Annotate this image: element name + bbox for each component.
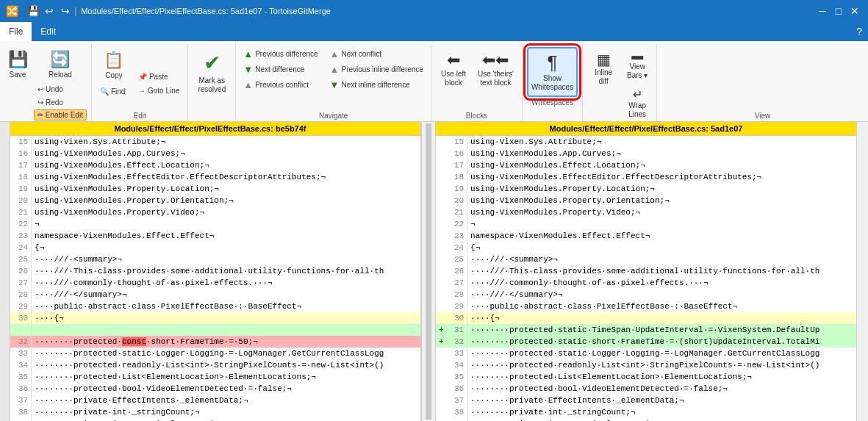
- enable-edit-button[interactable]: ✏ Enable Edit: [34, 109, 87, 120]
- line-content: ········protected·readonly·List<int>·Str…: [467, 359, 856, 371]
- title-bar-left: 🔀 💾 ↩ ↪ | Modules/Effect/Effect/PixelEff…: [6, 4, 331, 18]
- undo-icon: ↩: [37, 85, 43, 93]
- highlighted-text: const: [122, 337, 146, 346]
- line-number: 17: [11, 159, 32, 171]
- table-row: 19using·VixenModules.Property.Location;¬: [436, 183, 856, 195]
- mark-as-resolved-button[interactable]: ✔ Mark as resolved: [193, 47, 231, 97]
- show-whitespaces-button[interactable]: ¶ Show Whitespaces: [527, 47, 578, 97]
- next-conflict-button[interactable]: ▲ Next conflict: [327, 47, 426, 61]
- line-number: 21: [11, 206, 32, 218]
- table-row: 21using·VixenModules.Property.Video;¬: [0, 206, 420, 218]
- table-row: 15using·Vixen.Sys.Attribute;¬: [0, 136, 420, 148]
- table-row: 36········protected·bool·VideoElementDet…: [436, 383, 856, 395]
- view-bars-button[interactable]: ▬ View Bars ▾: [623, 47, 652, 82]
- line-content: {¬: [32, 242, 420, 253]
- save-button[interactable]: 💾 Save: [4, 47, 31, 82]
- close-button[interactable]: ✕: [847, 4, 862, 18]
- pilcrow-icon: ¶: [548, 51, 558, 74]
- next-inline-button[interactable]: ▼ Next inline difference: [327, 78, 426, 92]
- left-diff-content[interactable]: 15using·Vixen.Sys.Attribute;¬16using·Vix…: [0, 136, 420, 421]
- redo-button[interactable]: ↪ Redo: [34, 96, 87, 109]
- find-button[interactable]: 🔍 Find: [96, 85, 132, 98]
- line-number: [11, 324, 32, 336]
- line-number: 34: [447, 359, 467, 371]
- navigate-group-label: Navigate: [319, 112, 348, 120]
- qat-redo[interactable]: ↪: [58, 4, 73, 18]
- mark-resolved-group: ✔ Mark as resolved: [188, 44, 236, 121]
- qat-save[interactable]: 💾: [26, 4, 40, 18]
- line-number: 16: [11, 148, 32, 159]
- goto-line-button[interactable]: → Goto Line: [134, 84, 183, 97]
- prev-diff-button[interactable]: ▲ Previous difference: [240, 47, 320, 61]
- line-number: 35: [11, 371, 32, 383]
- ribbon: 💾 Save 🔄 Reload ↩ Undo ↪ Redo ✏ Enable E…: [0, 41, 868, 122]
- line-content: ····///·</summary>¬: [467, 289, 856, 301]
- help-button[interactable]: ?: [850, 22, 868, 41]
- navigate-col-right: ▲ Next conflict ▲ Previous inline differ…: [327, 47, 426, 110]
- line-content: ····///·commonly·thought·of·as·pixel·eff…: [32, 277, 420, 289]
- menu-file[interactable]: File: [0, 22, 32, 41]
- table-row: 37········private·EffectIntents·_element…: [436, 395, 856, 406]
- right-scrollbar[interactable]: [856, 122, 868, 421]
- wrap-lines-button[interactable]: ↵ Wrap Lines: [623, 85, 652, 121]
- table-row: 37········private·EffectIntents·_element…: [0, 395, 420, 406]
- table-row: 33········protected·static·Logger·Loggin…: [436, 348, 856, 359]
- prev-inline-icon: ▲: [330, 64, 340, 75]
- right-diff-content[interactable]: 15using·Vixen.Sys.Attribute;¬16using·Vix…: [436, 136, 856, 421]
- line-number: 39: [447, 418, 467, 421]
- checkmark-icon: ✔: [204, 51, 220, 75]
- table-row: 34········protected·readonly·List<int>·S…: [0, 359, 420, 371]
- line-content: using·VixenModules.Effect.Location;¬: [32, 159, 420, 171]
- right-diff-pane: Modules/Effect/Effect/PixelEffectBase.cs…: [436, 122, 856, 421]
- minimize-button[interactable]: ─: [815, 4, 830, 18]
- table-row: 33········protected·static·Logger·Loggin…: [0, 348, 420, 359]
- table-row: 39········private·int·_maxPixelsPerStrin…: [0, 418, 420, 421]
- line-number: 20: [447, 195, 467, 206]
- maximize-button[interactable]: □: [831, 4, 846, 18]
- line-number: 39: [11, 418, 32, 421]
- table-row: +32········protected·static·short·FrameT…: [436, 336, 856, 348]
- next-diff-button[interactable]: ▼ Next difference: [240, 62, 320, 76]
- line-marker: [436, 359, 447, 371]
- next-diff-icon: ▼: [243, 64, 253, 75]
- table-row: 29····public·abstract·class·PixelEffectB…: [0, 301, 420, 312]
- table-row: 16using·VixenModules.App.Curves;¬: [0, 148, 420, 159]
- line-content: ····{¬: [32, 312, 420, 324]
- line-content: ········private·EffectIntents·_elementDa…: [467, 395, 856, 406]
- line-number: 31: [447, 324, 467, 336]
- find-icon: 🔍: [100, 87, 109, 96]
- copy-button[interactable]: 📋 Copy: [96, 47, 132, 84]
- wrap-lines-icon: ↵: [633, 87, 642, 101]
- use-left-block-button[interactable]: ⬅ Use left block: [436, 47, 471, 110]
- undo-button[interactable]: ↩ Undo: [34, 83, 87, 96]
- table-row: 23namespace·VixenModules.Effect.Effect¬: [436, 230, 856, 242]
- prev-inline-button[interactable]: ▲ Previous inline difference: [327, 62, 426, 76]
- line-number: 38: [447, 406, 467, 418]
- line-content: ········protected·bool·VideoElementDetec…: [32, 383, 420, 395]
- line-number: 26: [447, 265, 467, 277]
- paste-button[interactable]: 📌 Paste: [134, 71, 183, 83]
- diff-splitter: [421, 122, 436, 421]
- table-row: 28····///·</summary>¬: [436, 289, 856, 301]
- line-marker: [436, 418, 447, 421]
- reload-button[interactable]: 🔄 Reload: [34, 47, 87, 82]
- line-number: 23: [11, 230, 32, 242]
- line-number: 30: [447, 312, 467, 324]
- line-content: ········protected·List<ElementLocation>·…: [467, 371, 856, 383]
- qat-undo[interactable]: ↩: [42, 4, 57, 18]
- line-marker: [436, 253, 447, 265]
- line-number: 20: [11, 195, 32, 206]
- line-content: ····///·This·class·provides·some·additio…: [32, 265, 420, 277]
- whitespaces-group: ¶ Show Whitespaces Whitespaces: [523, 44, 583, 121]
- line-marker: [436, 230, 447, 242]
- use-theirs-button[interactable]: ⬅⬅ Use 'theirs' text block: [474, 47, 517, 110]
- prev-conflict-button[interactable]: ▲ Previous conflict: [240, 78, 320, 92]
- line-number: 34: [11, 359, 32, 371]
- save-reload-group: 💾 Save 🔄 Reload ↩ Undo ↪ Redo ✏ Enable E…: [0, 44, 92, 121]
- line-marker: [436, 348, 447, 359]
- line-marker: [436, 206, 447, 218]
- line-content: ········protected·bool·VideoElementDetec…: [467, 383, 856, 395]
- inline-diff-button[interactable]: ▦ Inline diff: [587, 47, 620, 97]
- line-marker: [436, 371, 447, 383]
- menu-edit[interactable]: Edit: [32, 22, 65, 41]
